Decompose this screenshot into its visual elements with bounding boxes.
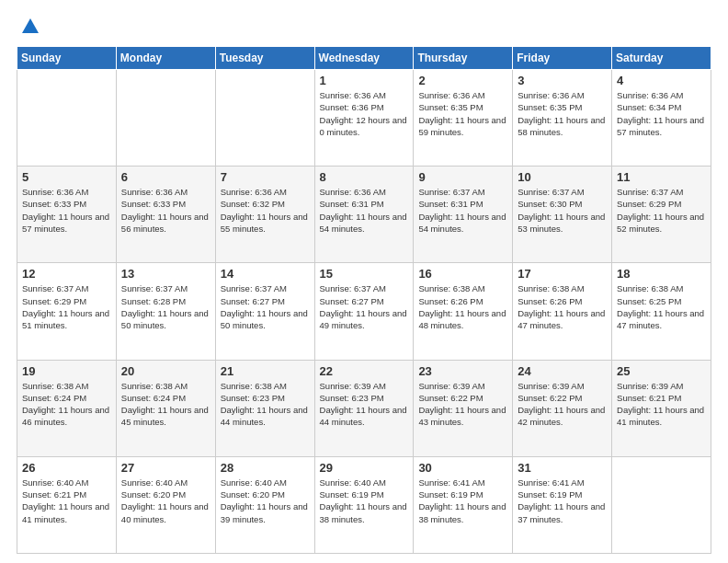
day-number: 14	[221, 267, 310, 281]
logo	[17, 17, 40, 37]
day-info: Sunrise: 6:37 AM Sunset: 6:30 PM Dayligh…	[518, 186, 607, 235]
day-number: 11	[617, 170, 706, 184]
calendar: SundayMondayTuesdayWednesdayThursdayFrid…	[17, 46, 711, 554]
calendar-cell: 27Sunrise: 6:40 AM Sunset: 6:20 PM Dayli…	[116, 456, 215, 553]
calendar-cell: 16Sunrise: 6:38 AM Sunset: 6:26 PM Dayli…	[414, 263, 513, 360]
day-info: Sunrise: 6:36 AM Sunset: 6:35 PM Dayligh…	[418, 89, 507, 138]
day-info: Sunrise: 6:40 AM Sunset: 6:20 PM Dayligh…	[121, 477, 210, 525]
day-number: 2	[418, 74, 507, 87]
day-number: 7	[221, 170, 310, 184]
day-number: 17	[518, 267, 607, 281]
week-row-4: 26Sunrise: 6:40 AM Sunset: 6:21 PM Dayli…	[17, 456, 711, 553]
calendar-cell	[17, 70, 117, 167]
day-number: 5	[22, 170, 111, 184]
calendar-cell: 22Sunrise: 6:39 AM Sunset: 6:23 PM Dayli…	[314, 360, 414, 456]
day-info: Sunrise: 6:39 AM Sunset: 6:23 PM Dayligh…	[320, 380, 409, 429]
calendar-cell: 5Sunrise: 6:36 AM Sunset: 6:33 PM Daylig…	[17, 167, 117, 263]
weekday-header-wednesday: Wednesday	[314, 47, 414, 70]
day-number: 28	[221, 461, 310, 475]
day-number: 30	[418, 461, 507, 475]
calendar-cell: 23Sunrise: 6:39 AM Sunset: 6:22 PM Dayli…	[414, 360, 513, 456]
day-number: 3	[518, 74, 607, 87]
calendar-cell: 31Sunrise: 6:41 AM Sunset: 6:19 PM Dayli…	[513, 456, 612, 553]
calendar-cell: 13Sunrise: 6:37 AM Sunset: 6:28 PM Dayli…	[116, 263, 215, 360]
day-info: Sunrise: 6:40 AM Sunset: 6:21 PM Dayligh…	[22, 477, 111, 525]
day-number: 6	[121, 170, 210, 184]
calendar-cell: 1Sunrise: 6:36 AM Sunset: 6:36 PM Daylig…	[314, 70, 414, 167]
calendar-cell: 11Sunrise: 6:37 AM Sunset: 6:29 PM Dayli…	[612, 167, 711, 263]
day-number: 29	[320, 461, 409, 475]
day-info: Sunrise: 6:38 AM Sunset: 6:24 PM Dayligh…	[121, 380, 210, 429]
calendar-cell	[215, 70, 314, 167]
day-info: Sunrise: 6:37 AM Sunset: 6:27 PM Dayligh…	[320, 282, 409, 331]
calendar-cell: 28Sunrise: 6:40 AM Sunset: 6:20 PM Dayli…	[215, 456, 314, 553]
day-info: Sunrise: 6:38 AM Sunset: 6:26 PM Dayligh…	[418, 282, 507, 331]
header	[17, 17, 711, 37]
logo-icon	[20, 17, 40, 37]
day-number: 9	[418, 170, 507, 184]
calendar-cell: 15Sunrise: 6:37 AM Sunset: 6:27 PM Dayli…	[314, 263, 414, 360]
day-info: Sunrise: 6:41 AM Sunset: 6:19 PM Dayligh…	[418, 477, 507, 525]
calendar-cell: 17Sunrise: 6:38 AM Sunset: 6:26 PM Dayli…	[513, 263, 612, 360]
calendar-cell: 12Sunrise: 6:37 AM Sunset: 6:29 PM Dayli…	[17, 263, 117, 360]
day-number: 23	[418, 364, 507, 378]
calendar-cell: 7Sunrise: 6:36 AM Sunset: 6:32 PM Daylig…	[215, 167, 314, 263]
calendar-cell: 20Sunrise: 6:38 AM Sunset: 6:24 PM Dayli…	[116, 360, 215, 456]
day-info: Sunrise: 6:37 AM Sunset: 6:29 PM Dayligh…	[22, 282, 111, 331]
day-info: Sunrise: 6:38 AM Sunset: 6:23 PM Dayligh…	[221, 380, 310, 429]
calendar-cell: 4Sunrise: 6:36 AM Sunset: 6:34 PM Daylig…	[612, 70, 711, 167]
day-info: Sunrise: 6:40 AM Sunset: 6:20 PM Dayligh…	[221, 477, 310, 525]
weekday-header-saturday: Saturday	[612, 47, 711, 70]
calendar-cell: 6Sunrise: 6:36 AM Sunset: 6:33 PM Daylig…	[116, 167, 215, 263]
calendar-cell	[116, 70, 215, 167]
day-number: 20	[121, 364, 210, 378]
calendar-cell: 9Sunrise: 6:37 AM Sunset: 6:31 PM Daylig…	[414, 167, 513, 263]
day-info: Sunrise: 6:36 AM Sunset: 6:33 PM Dayligh…	[121, 186, 210, 235]
day-info: Sunrise: 6:37 AM Sunset: 6:31 PM Dayligh…	[418, 186, 507, 235]
week-row-2: 12Sunrise: 6:37 AM Sunset: 6:29 PM Dayli…	[17, 263, 711, 360]
svg-marker-0	[22, 18, 39, 33]
day-info: Sunrise: 6:37 AM Sunset: 6:29 PM Dayligh…	[617, 186, 706, 235]
calendar-cell: 3Sunrise: 6:36 AM Sunset: 6:35 PM Daylig…	[513, 70, 612, 167]
day-info: Sunrise: 6:37 AM Sunset: 6:28 PM Dayligh…	[121, 282, 210, 331]
weekday-header-row: SundayMondayTuesdayWednesdayThursdayFrid…	[17, 47, 711, 70]
day-info: Sunrise: 6:37 AM Sunset: 6:27 PM Dayligh…	[221, 282, 310, 331]
calendar-cell	[612, 456, 711, 553]
day-number: 26	[22, 461, 111, 475]
day-info: Sunrise: 6:36 AM Sunset: 6:33 PM Dayligh…	[22, 186, 111, 235]
calendar-cell: 30Sunrise: 6:41 AM Sunset: 6:19 PM Dayli…	[414, 456, 513, 553]
day-number: 15	[320, 267, 409, 281]
day-number: 27	[121, 461, 210, 475]
calendar-cell: 26Sunrise: 6:40 AM Sunset: 6:21 PM Dayli…	[17, 456, 117, 553]
day-info: Sunrise: 6:36 AM Sunset: 6:32 PM Dayligh…	[221, 186, 310, 235]
day-info: Sunrise: 6:39 AM Sunset: 6:21 PM Dayligh…	[617, 380, 706, 429]
day-number: 19	[22, 364, 111, 378]
day-number: 22	[320, 364, 409, 378]
day-info: Sunrise: 6:38 AM Sunset: 6:25 PM Dayligh…	[617, 282, 706, 331]
day-number: 1	[320, 74, 409, 87]
day-number: 18	[617, 267, 706, 281]
weekday-header-tuesday: Tuesday	[215, 47, 314, 70]
day-info: Sunrise: 6:38 AM Sunset: 6:26 PM Dayligh…	[518, 282, 607, 331]
week-row-3: 19Sunrise: 6:38 AM Sunset: 6:24 PM Dayli…	[17, 360, 711, 456]
calendar-cell: 29Sunrise: 6:40 AM Sunset: 6:19 PM Dayli…	[314, 456, 414, 553]
day-info: Sunrise: 6:41 AM Sunset: 6:19 PM Dayligh…	[518, 477, 607, 525]
week-row-1: 5Sunrise: 6:36 AM Sunset: 6:33 PM Daylig…	[17, 167, 711, 263]
calendar-cell: 10Sunrise: 6:37 AM Sunset: 6:30 PM Dayli…	[513, 167, 612, 263]
day-info: Sunrise: 6:36 AM Sunset: 6:35 PM Dayligh…	[518, 89, 607, 138]
day-number: 21	[221, 364, 310, 378]
calendar-cell: 19Sunrise: 6:38 AM Sunset: 6:24 PM Dayli…	[17, 360, 117, 456]
day-number: 8	[320, 170, 409, 184]
day-info: Sunrise: 6:36 AM Sunset: 6:36 PM Dayligh…	[320, 89, 409, 138]
day-number: 16	[418, 267, 507, 281]
day-number: 12	[22, 267, 111, 281]
day-info: Sunrise: 6:36 AM Sunset: 6:31 PM Dayligh…	[320, 186, 409, 235]
calendar-cell: 2Sunrise: 6:36 AM Sunset: 6:35 PM Daylig…	[414, 70, 513, 167]
calendar-cell: 18Sunrise: 6:38 AM Sunset: 6:25 PM Dayli…	[612, 263, 711, 360]
day-number: 10	[518, 170, 607, 184]
page: SundayMondayTuesdayWednesdayThursdayFrid…	[0, 0, 728, 563]
day-info: Sunrise: 6:36 AM Sunset: 6:34 PM Dayligh…	[617, 89, 706, 138]
weekday-header-friday: Friday	[513, 47, 612, 70]
calendar-cell: 21Sunrise: 6:38 AM Sunset: 6:23 PM Dayli…	[215, 360, 314, 456]
weekday-header-thursday: Thursday	[414, 47, 513, 70]
